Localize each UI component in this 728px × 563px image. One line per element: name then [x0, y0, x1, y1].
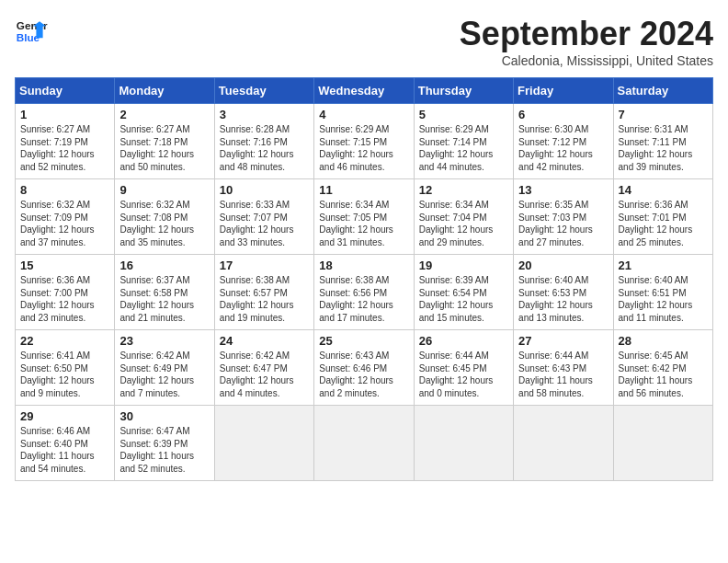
weekday-header: Sunday [16, 78, 115, 104]
calendar-cell: 23Sunrise: 6:42 AM Sunset: 6:49 PM Dayli… [115, 330, 214, 406]
calendar-cell: 3Sunrise: 6:28 AM Sunset: 7:16 PM Daylig… [214, 104, 313, 179]
day-info: Sunrise: 6:35 AM Sunset: 7:03 PM Dayligh… [518, 199, 608, 248]
calendar-week-row: 1Sunrise: 6:27 AM Sunset: 7:19 PM Daylig… [16, 104, 713, 179]
day-number: 21 [619, 259, 708, 272]
day-info: Sunrise: 6:39 AM Sunset: 6:54 PM Dayligh… [419, 274, 508, 324]
calendar-cell: 1Sunrise: 6:27 AM Sunset: 7:19 PM Daylig… [16, 104, 115, 179]
day-info: Sunrise: 6:41 AM Sunset: 6:50 PM Dayligh… [20, 350, 109, 399]
day-number: 28 [619, 334, 708, 348]
calendar-cell: 4Sunrise: 6:29 AM Sunset: 7:15 PM Daylig… [314, 104, 414, 179]
day-number: 27 [518, 334, 608, 348]
day-number: 6 [518, 108, 608, 121]
day-info: Sunrise: 6:45 AM Sunset: 6:42 PM Dayligh… [619, 350, 708, 399]
calendar-cell: 7Sunrise: 6:31 AM Sunset: 7:11 PM Daylig… [613, 104, 712, 179]
title-block: September 2024 Caledonia, Mississippi, U… [460, 15, 713, 68]
day-info: Sunrise: 6:28 AM Sunset: 7:16 PM Dayligh… [220, 123, 309, 173]
day-number: 2 [119, 108, 209, 121]
day-info: Sunrise: 6:47 AM Sunset: 6:39 PM Dayligh… [119, 425, 209, 475]
calendar-week-row: 22Sunrise: 6:41 AM Sunset: 6:50 PM Dayli… [16, 330, 713, 406]
day-number: 26 [419, 334, 508, 348]
calendar-cell: 15Sunrise: 6:36 AM Sunset: 7:00 PM Dayli… [16, 255, 115, 330]
location: Caledonia, Mississippi, United States [460, 53, 713, 68]
day-number: 1 [20, 108, 109, 121]
day-info: Sunrise: 6:32 AM Sunset: 7:09 PM Dayligh… [20, 199, 109, 248]
day-number: 30 [119, 409, 209, 423]
calendar-cell: 12Sunrise: 6:34 AM Sunset: 7:04 PM Dayli… [414, 179, 513, 255]
day-info: Sunrise: 6:40 AM Sunset: 6:53 PM Dayligh… [518, 274, 608, 324]
calendar-cell: 8Sunrise: 6:32 AM Sunset: 7:09 PM Daylig… [16, 179, 115, 255]
day-info: Sunrise: 6:33 AM Sunset: 7:07 PM Dayligh… [220, 199, 309, 248]
calendar-cell: 13Sunrise: 6:35 AM Sunset: 7:03 PM Dayli… [514, 179, 613, 255]
weekday-header-row: SundayMondayTuesdayWednesdayThursdayFrid… [16, 78, 713, 104]
calendar-cell: 11Sunrise: 6:34 AM Sunset: 7:05 PM Dayli… [314, 179, 414, 255]
day-number: 24 [220, 334, 309, 348]
day-info: Sunrise: 6:44 AM Sunset: 6:43 PM Dayligh… [518, 350, 608, 399]
day-number: 8 [20, 183, 109, 197]
day-info: Sunrise: 6:30 AM Sunset: 7:12 PM Dayligh… [518, 123, 608, 173]
day-number: 18 [319, 259, 408, 272]
day-number: 10 [220, 183, 309, 197]
calendar-cell: 6Sunrise: 6:30 AM Sunset: 7:12 PM Daylig… [514, 104, 613, 179]
calendar-cell: 22Sunrise: 6:41 AM Sunset: 6:50 PM Dayli… [16, 330, 115, 406]
day-info: Sunrise: 6:29 AM Sunset: 7:14 PM Dayligh… [419, 123, 508, 173]
calendar-cell: 18Sunrise: 6:38 AM Sunset: 6:56 PM Dayli… [314, 255, 414, 330]
day-info: Sunrise: 6:29 AM Sunset: 7:15 PM Dayligh… [319, 123, 408, 173]
calendar-cell: 26Sunrise: 6:44 AM Sunset: 6:45 PM Dayli… [414, 330, 513, 406]
day-info: Sunrise: 6:36 AM Sunset: 7:01 PM Dayligh… [619, 199, 708, 248]
day-info: Sunrise: 6:32 AM Sunset: 7:08 PM Dayligh… [119, 199, 209, 248]
calendar-week-row: 15Sunrise: 6:36 AM Sunset: 7:00 PM Dayli… [16, 255, 713, 330]
day-info: Sunrise: 6:42 AM Sunset: 6:49 PM Dayligh… [119, 350, 209, 399]
day-number: 12 [419, 183, 508, 197]
day-info: Sunrise: 6:34 AM Sunset: 7:05 PM Dayligh… [319, 199, 408, 248]
day-info: Sunrise: 6:40 AM Sunset: 6:51 PM Dayligh… [619, 274, 708, 324]
calendar-week-row: 8Sunrise: 6:32 AM Sunset: 7:09 PM Daylig… [16, 179, 713, 255]
day-number: 11 [319, 183, 408, 197]
weekday-header: Saturday [613, 78, 712, 104]
calendar-cell: 10Sunrise: 6:33 AM Sunset: 7:07 PM Dayli… [214, 179, 313, 255]
weekday-header: Thursday [414, 78, 513, 104]
calendar-cell [613, 406, 712, 481]
day-info: Sunrise: 6:42 AM Sunset: 6:47 PM Dayligh… [220, 350, 309, 399]
day-number: 19 [419, 259, 508, 272]
day-info: Sunrise: 6:43 AM Sunset: 6:46 PM Dayligh… [319, 350, 408, 399]
calendar-cell: 20Sunrise: 6:40 AM Sunset: 6:53 PM Dayli… [514, 255, 613, 330]
day-number: 17 [220, 259, 309, 272]
day-info: Sunrise: 6:31 AM Sunset: 7:11 PM Dayligh… [619, 123, 708, 173]
calendar-cell [414, 406, 513, 481]
day-info: Sunrise: 6:27 AM Sunset: 7:19 PM Dayligh… [20, 123, 109, 173]
day-info: Sunrise: 6:46 AM Sunset: 6:40 PM Dayligh… [20, 425, 109, 475]
calendar-cell: 14Sunrise: 6:36 AM Sunset: 7:01 PM Dayli… [613, 179, 712, 255]
calendar-cell: 25Sunrise: 6:43 AM Sunset: 6:46 PM Dayli… [314, 330, 414, 406]
day-info: Sunrise: 6:38 AM Sunset: 6:56 PM Dayligh… [319, 274, 408, 324]
calendar-cell: 19Sunrise: 6:39 AM Sunset: 6:54 PM Dayli… [414, 255, 513, 330]
calendar-cell: 27Sunrise: 6:44 AM Sunset: 6:43 PM Dayli… [514, 330, 613, 406]
day-info: Sunrise: 6:38 AM Sunset: 6:57 PM Dayligh… [220, 274, 309, 324]
day-number: 7 [619, 108, 708, 121]
page-header: General Blue September 2024 Caledonia, M… [15, 15, 713, 68]
calendar-cell: 24Sunrise: 6:42 AM Sunset: 6:47 PM Dayli… [214, 330, 313, 406]
calendar-cell: 28Sunrise: 6:45 AM Sunset: 6:42 PM Dayli… [613, 330, 712, 406]
logo-icon: General Blue [15, 15, 48, 48]
day-number: 3 [220, 108, 309, 121]
day-number: 9 [119, 183, 209, 197]
calendar-cell [314, 406, 414, 481]
weekday-header: Wednesday [314, 78, 414, 104]
calendar-cell: 17Sunrise: 6:38 AM Sunset: 6:57 PM Dayli… [214, 255, 313, 330]
calendar-cell: 9Sunrise: 6:32 AM Sunset: 7:08 PM Daylig… [115, 179, 214, 255]
day-number: 13 [518, 183, 608, 197]
calendar-cell: 21Sunrise: 6:40 AM Sunset: 6:51 PM Dayli… [613, 255, 712, 330]
day-number: 22 [20, 334, 109, 348]
month-title: September 2024 [460, 15, 713, 53]
day-number: 4 [319, 108, 408, 121]
calendar-week-row: 29Sunrise: 6:46 AM Sunset: 6:40 PM Dayli… [16, 406, 713, 481]
calendar-cell [214, 406, 313, 481]
weekday-header: Monday [115, 78, 214, 104]
calendar-cell: 29Sunrise: 6:46 AM Sunset: 6:40 PM Dayli… [16, 406, 115, 481]
weekday-header: Tuesday [214, 78, 313, 104]
day-number: 16 [119, 259, 209, 272]
day-number: 25 [319, 334, 408, 348]
calendar-cell: 30Sunrise: 6:47 AM Sunset: 6:39 PM Dayli… [115, 406, 214, 481]
day-number: 29 [20, 409, 109, 423]
calendar-table: SundayMondayTuesdayWednesdayThursdayFrid… [15, 77, 713, 481]
calendar-cell: 5Sunrise: 6:29 AM Sunset: 7:14 PM Daylig… [414, 104, 513, 179]
